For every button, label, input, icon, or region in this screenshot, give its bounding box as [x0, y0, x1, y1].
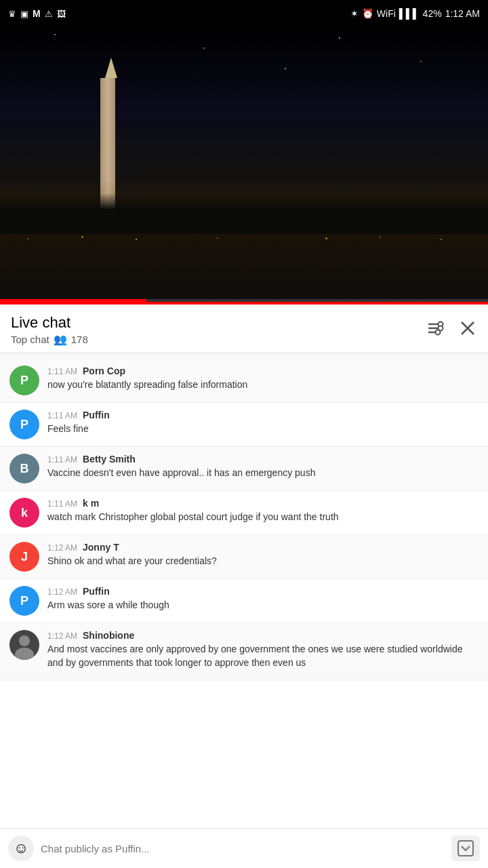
svg-point-5 [436, 330, 441, 334]
message-text: watch mark Christopher global postal cou… [47, 511, 479, 524]
chat-header-left: Live chat Top chat 👥 178 [11, 314, 88, 346]
message-meta: 1:11 AM Betty Smith [47, 454, 479, 465]
video-progress-fill [0, 299, 146, 302]
message-meta: 1:12 AM Jonny T [47, 542, 479, 553]
chat-subtitle: Top chat 👥 178 [11, 333, 88, 346]
chat-message-item: k 1:11 AM k m watch mark Christopher glo… [0, 491, 488, 535]
send-message-button[interactable] [451, 835, 480, 861]
message-time: 1:12 AM [47, 543, 77, 553]
video-player[interactable] [0, 27, 488, 302]
message-author: Puffin [83, 586, 110, 597]
message-time: 1:11 AM [47, 367, 77, 376]
message-text: now you're blatantly spreading false inf… [47, 378, 479, 392]
status-left-icons: ♛ ▣ M ⚠ 🖼 [8, 8, 66, 19]
message-text: Shino ok and what are your credentials? [47, 555, 479, 568]
emoji-icon: ☺ [14, 840, 28, 857]
chat-message-item: P 1:11 AM Porn Cop now you're blatantly … [0, 359, 488, 403]
signal-icon: ▌▌▌ [399, 8, 420, 19]
user-avatar: P [9, 586, 39, 616]
message-time: 1:11 AM [47, 455, 77, 465]
chat-message-item: J 1:12 AM Jonny T Shino ok and what are … [0, 535, 488, 579]
user-avatar: P [9, 410, 39, 439]
message-time: 1:12 AM [47, 587, 77, 597]
message-meta: 1:11 AM Puffin [47, 410, 479, 420]
m-icon: M [33, 8, 41, 19]
warning-icon: ⚠ [45, 9, 53, 19]
message-author: Betty Smith [83, 454, 136, 465]
clock: 1:12 AM [445, 8, 480, 19]
viewer-count: 178 [71, 334, 88, 345]
user-avatar: J [9, 542, 39, 572]
message-text: Feels fine [47, 422, 479, 436]
wifi-icon: WiFi [377, 8, 396, 19]
chat-header-right [426, 319, 477, 342]
message-time: 1:12 AM [47, 631, 77, 641]
chat-message-item: P 1:12 AM Puffin Arm was sore a while th… [0, 579, 488, 623]
message-meta: 1:11 AM Porn Cop [47, 366, 479, 376]
message-meta: 1:12 AM Puffin [47, 586, 479, 597]
folder-icon: ▣ [20, 9, 28, 19]
chat-message-item: P 1:11 AM Puffin Feels fine [0, 403, 488, 447]
chat-message-item: 1:12 AM Shinobione And most vaccines are… [0, 623, 488, 677]
chat-header: Live chat Top chat 👥 178 [0, 304, 488, 353]
close-icon[interactable] [458, 319, 477, 342]
message-content: 1:12 AM Jonny T Shino ok and what are yo… [47, 542, 479, 568]
status-right-icons: ✶ ⏰ WiFi ▌▌▌ 42% 1:12 AM [350, 8, 480, 19]
svg-point-9 [15, 648, 34, 660]
chat-message-item: B 1:11 AM Betty Smith Vaccine doesn't ev… [0, 447, 488, 491]
viewer-icon: 👥 [54, 333, 67, 346]
message-text: Vaccine doesn't even have approval.. it … [47, 467, 479, 480]
chat-input-field[interactable] [41, 835, 445, 861]
status-bar: ♛ ▣ M ⚠ 🖼 ✶ ⏰ WiFi ▌▌▌ 42% 1:12 AM [0, 0, 488, 27]
message-author: k m [83, 498, 99, 509]
message-author: Shinobione [83, 630, 134, 641]
message-content: 1:11 AM Porn Cop now you're blatantly sp… [47, 366, 479, 392]
message-content: 1:12 AM Puffin Arm was sore a while thou… [47, 586, 479, 612]
message-author: Porn Cop [83, 366, 125, 376]
filter-icon[interactable] [426, 319, 445, 342]
message-meta: 1:11 AM k m [47, 498, 479, 509]
message-time: 1:11 AM [47, 499, 77, 509]
image-icon: 🖼 [57, 9, 66, 19]
user-avatar: P [9, 366, 39, 395]
video-progress-bar[interactable] [0, 299, 488, 302]
message-author: Puffin [83, 410, 110, 420]
message-time: 1:11 AM [47, 411, 77, 420]
alarm-icon: ⏰ [362, 8, 373, 19]
message-text: Arm was sore a while though [47, 599, 479, 612]
user-avatar: B [9, 454, 39, 484]
chat-mode-label[interactable]: Top chat [11, 334, 49, 345]
user-avatar: k [9, 498, 39, 528]
message-meta: 1:12 AM Shinobione [47, 630, 479, 641]
user-avatar [9, 630, 39, 660]
crown-icon: ♛ [8, 9, 16, 19]
message-content: 1:11 AM Betty Smith Vaccine doesn't even… [47, 454, 479, 480]
message-content: 1:11 AM Puffin Feels fine [47, 410, 479, 436]
svg-rect-10 [458, 841, 473, 856]
bluetooth-icon: ✶ [350, 8, 359, 19]
emoji-button[interactable]: ☺ [8, 835, 34, 861]
battery-level: 42% [423, 8, 442, 19]
message-content: 1:12 AM Shinobione And most vaccines are… [47, 630, 479, 669]
message-text: And most vaccines are only approved by o… [47, 643, 479, 669]
chat-messages-list: P 1:11 AM Porn Cop now you're blatantly … [0, 353, 488, 682]
svg-point-8 [19, 635, 30, 646]
message-content: 1:11 AM k m watch mark Christopher globa… [47, 498, 479, 524]
message-author: Jonny T [83, 542, 119, 553]
chat-input-area: ☺ [0, 828, 488, 868]
chat-title: Live chat [11, 314, 88, 332]
